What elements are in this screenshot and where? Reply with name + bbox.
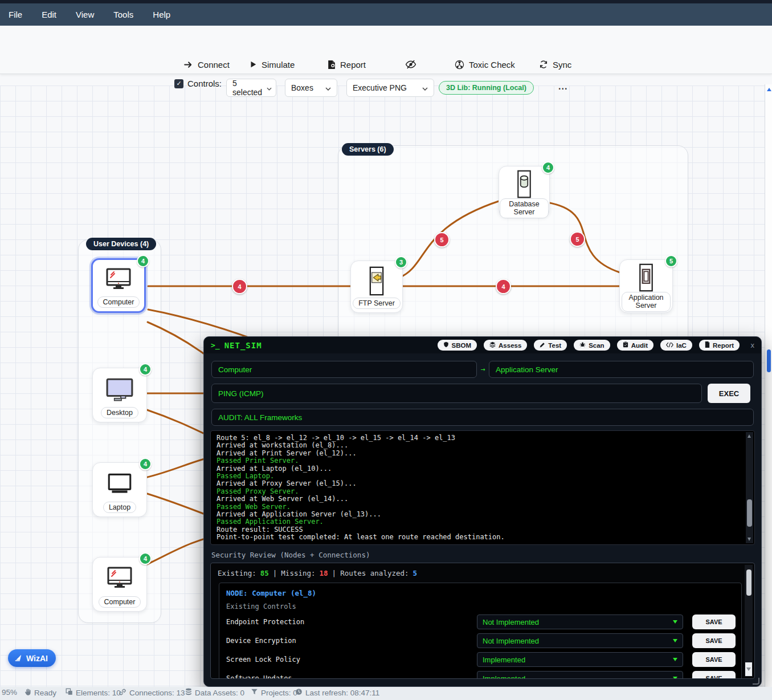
toxic-check-button[interactable]: Toxic Check [455,58,515,71]
node-laptop[interactable]: 4 Laptop [92,462,147,517]
terminal-line: Arrived at Print Server (el_12)... [217,450,742,457]
selected-count-dropdown[interactable]: 5 selected [226,79,276,97]
test-button[interactable]: Test [534,340,567,351]
node-computer-2[interactable]: 4 Computer [92,557,147,612]
audit-button[interactable]: Audit [617,340,653,351]
sbom-button[interactable]: SBOM [438,340,477,351]
node-ftp-server[interactable]: 3 FTP Server [350,261,403,313]
control-count-badge: 4 [542,161,554,174]
wizai-button[interactable]: WizAI [8,649,56,667]
funnel-icon [251,688,258,697]
save-button[interactable]: SAVE [692,671,736,679]
control-status-select[interactable]: Not Implemented [477,633,683,648]
menu-view[interactable]: View [76,10,94,19]
control-count-badge: 4 [139,363,152,376]
terminal-output[interactable]: Route 5: el_8 -> el_12 -> el_10 -> el_15… [210,430,755,545]
simulate-button[interactable]: Simulate [249,58,295,71]
assess-button[interactable]: Assess [484,340,527,351]
scroll-down-arrow-icon[interactable] [745,662,752,676]
connect-button[interactable]: Connect [183,58,230,71]
node-database-server[interactable]: 4 Database Server [499,166,550,217]
terminal-line: Arrived at workstation (el_8)... [217,442,742,449]
save-button[interactable]: SAVE [692,652,736,667]
elements-icon [66,688,73,697]
route-badge: 4 [496,279,511,294]
netsim-header[interactable]: >_ NET_SIM SBOM Assess Test Scan [204,337,761,353]
terminal-line: Arrived at Application Server (el_13)... [217,511,742,518]
review-scrollbar[interactable] [745,565,753,677]
report-file-icon [327,60,336,70]
scrollbar-thumb[interactable] [746,569,751,596]
elements-count: Elements: 10 [66,688,121,697]
play-icon [249,60,257,68]
arrow-right-icon [183,60,193,70]
hide-visibility-button[interactable] [405,58,416,71]
netsim-panel: >_ NET_SIM SBOM Assess Test Scan [203,336,762,687]
menu-tools[interactable]: Tools [113,10,133,19]
scroll-up-arrow-icon[interactable] [748,434,751,438]
boxes-dropdown[interactable]: Boxes [285,79,337,97]
controls-checkbox-group[interactable]: ✓ Controls: [174,79,222,88]
menu-bar: File Edit View Tools Help [0,0,772,26]
scrollbar-thumb[interactable] [767,349,771,372]
scrollbar-thumb[interactable] [747,499,752,527]
control-status-select[interactable]: Not Implemented [477,614,683,629]
control-row: Endpoint Protection Not Implemented SAVE [226,614,734,629]
report-button[interactable]: Report [327,58,366,71]
control-status-select[interactable]: Implemented [477,652,683,667]
control-row: Screen Lock Policy Implemented SAVE [226,652,734,667]
iac-button[interactable]: IaC [660,340,692,351]
node-label: Computer [97,296,140,308]
report-panel-button[interactable]: Report [699,340,740,351]
zoom-level: 95% [2,688,17,697]
node-label: Application Server [622,292,671,312]
checkbox-checked-icon[interactable]: ✓ [174,79,183,88]
routes-count: 5 [413,569,418,577]
terminal-scrollbar[interactable] [746,432,753,543]
terminal-line: Arrived at Laptop (el_10)... [217,465,742,473]
more-options-button[interactable]: ... [558,82,567,92]
close-icon[interactable]: x [751,341,755,349]
status-bar: 95% Ready Elements: 10 Connections: 13 D… [0,687,772,700]
scan-button[interactable]: Scan [574,340,610,351]
chevron-down-icon [673,620,677,624]
resize-handle[interactable] [753,678,759,685]
route-badge: 5 [434,232,450,247]
route-badge: 4 [232,279,247,294]
node-application-server[interactable]: 5 Application Server [619,259,673,313]
command-input[interactable]: PING (ICMP) [211,384,702,403]
menu-edit[interactable]: Edit [42,10,56,19]
control-status-select[interactable]: Implemented [477,671,683,679]
source-node-input[interactable]: Computer [211,361,477,378]
audit-framework-input[interactable]: AUDIT: ALL Frameworks [211,409,754,426]
missing-count: 18 [320,569,328,577]
terminal-line: Arrived at Web Server (el_14)... [217,495,742,503]
save-button[interactable]: SAVE [692,633,736,648]
computer-icon [104,260,133,296]
menu-file[interactable]: File [9,10,22,19]
security-review-box[interactable]: Existing: 85 | Missing: 18 | Routes anal… [210,563,755,679]
scroll-up-arrow-icon[interactable] [767,88,771,91]
canvas-vertical-scrollbar[interactable] [765,84,772,687]
desktop-icon [105,368,134,407]
scroll-down-arrow-icon[interactable] [748,538,751,541]
ftp-server-icon [369,261,385,298]
control-count-badge: 5 [665,255,677,267]
export-format-dropdown[interactable]: Executive PNG [346,79,434,97]
database-icon [185,688,192,697]
exec-button[interactable]: EXEC [708,384,750,403]
last-refresh: Last refresh: 08:47:11 [295,688,379,697]
shield-icon [443,341,449,349]
node-computer-1[interactable]: 4 Computer [91,258,146,313]
laptop-icon [105,463,134,502]
node-review-card: NODE: Computer (el_8) Existing Controls … [219,583,742,679]
target-node-input[interactable]: Application Server [489,361,754,378]
control-count-badge: 4 [139,458,152,470]
node-desktop[interactable]: 4 Desktop [92,368,147,422]
menu-help[interactable]: Help [153,10,170,19]
terminal-line: Arrived at Proxy Server (el_15)... [217,480,742,487]
sync-button[interactable]: Sync [539,58,571,71]
existing-controls-heading: Existing Controls [226,603,734,611]
save-button[interactable]: SAVE [692,614,736,629]
terminal-line: Point-to-point test completed: At least … [217,534,742,541]
